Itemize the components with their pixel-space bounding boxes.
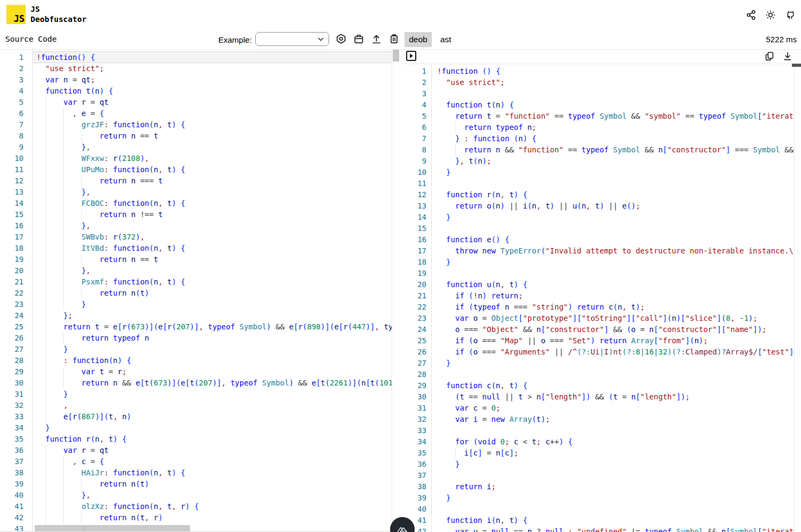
code-line: 21 Psxmf: function(n, t) { bbox=[0, 276, 400, 288]
code-line: 42 return n(t, r) bbox=[0, 512, 400, 523]
code-line: 10 WFxxw: r(2108), bbox=[0, 153, 400, 164]
code-line: 21 if (!n) return; bbox=[402, 290, 801, 302]
code-line: 14 } bbox=[402, 212, 801, 223]
code-line: 41 olzXz: function(n, t, r) { bbox=[0, 501, 400, 512]
code-line: 35 function r(n, t) { bbox=[0, 434, 400, 445]
example-label: Example: bbox=[218, 35, 252, 44]
source-code-editor[interactable]: 1!function() {2 "use strict";3 var n = q… bbox=[0, 49, 400, 532]
code-line: 15 return n !== t bbox=[0, 209, 400, 220]
code-line: 29 var t = r; bbox=[0, 366, 400, 377]
code-line: 32 , bbox=[0, 400, 400, 411]
code-line: 30 return n && e[t(673)](e[t(207)], type… bbox=[0, 377, 400, 389]
source-vertical-scrollbar[interactable] bbox=[392, 50, 400, 532]
download-icon[interactable] bbox=[782, 50, 794, 62]
trash-icon[interactable] bbox=[388, 33, 400, 44]
paste-icon[interactable] bbox=[353, 33, 364, 44]
app-title: JSDeobfuscator bbox=[30, 4, 87, 25]
code-line: 32 var i = new Array(t); bbox=[402, 414, 801, 425]
code-line: 23 } bbox=[0, 299, 400, 310]
code-line: 41 function i(n, t) { bbox=[402, 515, 801, 526]
code-line: 12 function r(n, t) { bbox=[402, 189, 801, 201]
code-line: 3 bbox=[402, 88, 801, 99]
code-line: 39 return n(t) bbox=[0, 479, 400, 490]
code-line: 28 bbox=[402, 369, 801, 380]
upload-icon[interactable] bbox=[370, 33, 382, 44]
code-line: 31 } bbox=[0, 389, 400, 400]
code-line: 17 throw new TypeError("Invalid attempt … bbox=[402, 245, 801, 257]
example-select[interactable] bbox=[255, 32, 329, 46]
code-line: 3 var n = qt; bbox=[0, 74, 400, 86]
code-line: 6 , e = { bbox=[0, 108, 400, 119]
code-line: 34 } bbox=[0, 422, 400, 434]
code-line: 38 return i; bbox=[402, 481, 801, 492]
code-line: 11 bbox=[402, 178, 801, 189]
code-line: 20 function u(n, t) { bbox=[402, 279, 801, 290]
code-line: 9 }, bbox=[0, 142, 400, 153]
code-line: 22 if (typeof n === "string") return c(n… bbox=[402, 302, 801, 313]
code-line: 35 i[c] = n[c]; bbox=[402, 448, 801, 459]
code-line: 13 return o(n) || i(n, t) || u(n, t) || … bbox=[402, 201, 801, 212]
tab-deob[interactable]: deob bbox=[405, 32, 432, 47]
code-line: 31 var c = 0; bbox=[402, 403, 801, 414]
code-line: 18 } bbox=[402, 257, 801, 268]
code-line: 37 , c = { bbox=[0, 456, 400, 467]
code-line: 1!function() { bbox=[0, 52, 400, 63]
code-line: 38 HAiJr: function(n, t) { bbox=[0, 467, 400, 479]
elapsed-time: 5222 ms bbox=[766, 35, 797, 44]
code-line: 40 bbox=[402, 504, 801, 515]
js-logo: JS bbox=[6, 5, 26, 24]
code-line: 9 }, t(n); bbox=[402, 156, 801, 167]
code-line: 8 return n && "function" == typeof Symbo… bbox=[402, 144, 801, 156]
code-line: 42 var u = null == n ? null : "undefined… bbox=[402, 526, 801, 532]
output-header bbox=[402, 50, 801, 64]
code-line: 33 bbox=[402, 425, 801, 436]
code-line: 37 bbox=[402, 470, 801, 481]
code-line: 33 e[r(867)](t, n) bbox=[0, 411, 400, 422]
code-line: 22 return n(t) bbox=[0, 288, 400, 299]
output-code-panel: 1!function () {2 "use strict";34 functio… bbox=[402, 49, 801, 532]
code-line: 2 "use strict"; bbox=[0, 63, 400, 74]
code-line: 7 } : function (n) { bbox=[402, 133, 801, 144]
code-line: 16 }, bbox=[0, 220, 400, 232]
code-line: 5 var r = qt bbox=[0, 97, 400, 108]
code-line: 18 ItVBd: function(n, t) { bbox=[0, 243, 400, 254]
code-line: 14 FCBOC: function(n, t) { bbox=[0, 198, 400, 209]
github-icon[interactable] bbox=[784, 9, 796, 21]
output-vertical-scrollbar[interactable] bbox=[794, 64, 801, 532]
code-line: 25 return t = e[r(673)](e[r(207)], typeo… bbox=[0, 321, 400, 333]
code-line: 26 if (o === "Arguments" || /^(?:Ui|I)nt… bbox=[402, 346, 801, 358]
code-line: 8 return n == t bbox=[0, 130, 400, 142]
js-logo-text: JS bbox=[14, 13, 25, 24]
code-line: 30 (t == null || t > n["length"]) && (t … bbox=[402, 391, 801, 403]
source-horizontal-scrollbar[interactable] bbox=[35, 525, 190, 531]
code-line: 39 } bbox=[402, 492, 801, 504]
run-icon[interactable] bbox=[406, 51, 416, 61]
chevron-down-icon bbox=[318, 37, 324, 41]
mountain-icon bbox=[395, 522, 409, 532]
code-line: 4 function t(n) { bbox=[0, 86, 400, 97]
code-line: 29 function c(n, t) { bbox=[402, 380, 801, 391]
code-line: 23 var o = Object["prototype"]["toString… bbox=[402, 313, 801, 324]
code-line: 6 return typeof n; bbox=[402, 122, 801, 133]
code-line: 19 bbox=[402, 268, 801, 279]
code-line: 13 }, bbox=[0, 187, 400, 198]
share-icon[interactable] bbox=[745, 9, 757, 21]
code-line: 11 UPuMo: function(n, t) { bbox=[0, 164, 400, 175]
code-line: 27 } bbox=[0, 344, 400, 355]
code-line: 17 SWBvb: r(372), bbox=[0, 232, 400, 243]
code-line: 27 } bbox=[402, 358, 801, 369]
settings-icon[interactable] bbox=[335, 33, 347, 44]
output-code-editor[interactable]: 1!function () {2 "use strict";34 functio… bbox=[402, 64, 801, 532]
code-line: 25 if (o === "Map" || o === "Set") retur… bbox=[402, 335, 801, 346]
code-line: 5 return t = "function" == typeof Symbol… bbox=[402, 111, 801, 122]
code-line: 2 "use strict"; bbox=[402, 77, 801, 88]
code-line: 7 grzJF: function(n, t) { bbox=[0, 119, 400, 130]
code-line: 34 for (void 0; c < t; c++) { bbox=[402, 436, 801, 448]
copy-icon[interactable] bbox=[764, 50, 775, 62]
source-code-label: Source Code bbox=[5, 35, 57, 43]
tab-ast[interactable]: ast bbox=[434, 32, 457, 47]
code-line: 16 function e() { bbox=[402, 234, 801, 245]
code-line: 36 var r = qt bbox=[0, 445, 400, 456]
theme-toggle-icon[interactable] bbox=[765, 9, 776, 21]
code-line: 19 return n == t bbox=[0, 254, 400, 265]
